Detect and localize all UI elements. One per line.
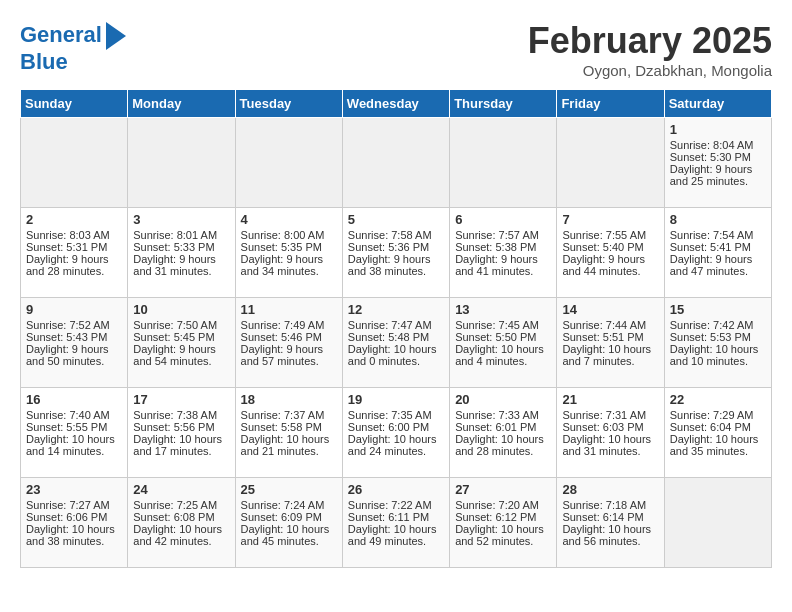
cell-info: Daylight: 9 hours and 28 minutes.: [26, 253, 122, 277]
cell-info: Daylight: 10 hours and 0 minutes.: [348, 343, 444, 367]
cell-info: Daylight: 10 hours and 28 minutes.: [455, 433, 551, 457]
day-number: 24: [133, 482, 229, 497]
day-number: 5: [348, 212, 444, 227]
cell-info: Sunrise: 7:55 AM: [562, 229, 658, 241]
calendar-cell: [664, 478, 771, 568]
cell-info: Sunset: 5:48 PM: [348, 331, 444, 343]
day-number: 23: [26, 482, 122, 497]
weekday-header: Thursday: [450, 90, 557, 118]
cell-info: Sunrise: 7:50 AM: [133, 319, 229, 331]
day-number: 9: [26, 302, 122, 317]
calendar-cell: 11Sunrise: 7:49 AMSunset: 5:46 PMDayligh…: [235, 298, 342, 388]
cell-info: Daylight: 10 hours and 52 minutes.: [455, 523, 551, 547]
cell-info: Sunrise: 7:47 AM: [348, 319, 444, 331]
cell-info: Sunrise: 7:44 AM: [562, 319, 658, 331]
calendar-cell: 22Sunrise: 7:29 AMSunset: 6:04 PMDayligh…: [664, 388, 771, 478]
calendar-cell: 12Sunrise: 7:47 AMSunset: 5:48 PMDayligh…: [342, 298, 449, 388]
cell-info: Sunset: 6:09 PM: [241, 511, 337, 523]
cell-info: Sunrise: 7:49 AM: [241, 319, 337, 331]
calendar-cell: 6Sunrise: 7:57 AMSunset: 5:38 PMDaylight…: [450, 208, 557, 298]
day-number: 14: [562, 302, 658, 317]
calendar-cell: 23Sunrise: 7:27 AMSunset: 6:06 PMDayligh…: [21, 478, 128, 568]
calendar-cell: 3Sunrise: 8:01 AMSunset: 5:33 PMDaylight…: [128, 208, 235, 298]
cell-info: Daylight: 9 hours and 31 minutes.: [133, 253, 229, 277]
cell-info: Sunset: 6:12 PM: [455, 511, 551, 523]
cell-info: Sunrise: 7:18 AM: [562, 499, 658, 511]
day-number: 27: [455, 482, 551, 497]
cell-info: Daylight: 9 hours and 25 minutes.: [670, 163, 766, 187]
cell-info: Sunrise: 7:29 AM: [670, 409, 766, 421]
cell-info: Sunset: 6:06 PM: [26, 511, 122, 523]
cell-info: Sunrise: 7:35 AM: [348, 409, 444, 421]
cell-info: Sunset: 6:11 PM: [348, 511, 444, 523]
cell-info: Sunrise: 7:54 AM: [670, 229, 766, 241]
calendar-cell: [342, 118, 449, 208]
calendar-cell: 4Sunrise: 8:00 AMSunset: 5:35 PMDaylight…: [235, 208, 342, 298]
calendar-cell: 5Sunrise: 7:58 AMSunset: 5:36 PMDaylight…: [342, 208, 449, 298]
cell-info: Daylight: 10 hours and 31 minutes.: [562, 433, 658, 457]
cell-info: Sunset: 5:30 PM: [670, 151, 766, 163]
cell-info: Daylight: 9 hours and 41 minutes.: [455, 253, 551, 277]
cell-info: Sunrise: 8:01 AM: [133, 229, 229, 241]
cell-info: Sunset: 5:38 PM: [455, 241, 551, 253]
cell-info: Sunset: 5:33 PM: [133, 241, 229, 253]
cell-info: Sunrise: 7:22 AM: [348, 499, 444, 511]
day-number: 13: [455, 302, 551, 317]
calendar-cell: 28Sunrise: 7:18 AMSunset: 6:14 PMDayligh…: [557, 478, 664, 568]
cell-info: Sunset: 5:55 PM: [26, 421, 122, 433]
calendar-cell: [21, 118, 128, 208]
cell-info: Sunrise: 7:42 AM: [670, 319, 766, 331]
cell-info: Daylight: 10 hours and 4 minutes.: [455, 343, 551, 367]
cell-info: Sunset: 6:04 PM: [670, 421, 766, 433]
calendar-cell: [557, 118, 664, 208]
day-number: 6: [455, 212, 551, 227]
calendar-cell: 8Sunrise: 7:54 AMSunset: 5:41 PMDaylight…: [664, 208, 771, 298]
cell-info: Sunrise: 7:27 AM: [26, 499, 122, 511]
day-number: 8: [670, 212, 766, 227]
cell-info: Sunset: 5:36 PM: [348, 241, 444, 253]
cell-info: Daylight: 9 hours and 57 minutes.: [241, 343, 337, 367]
cell-info: Daylight: 9 hours and 38 minutes.: [348, 253, 444, 277]
day-number: 7: [562, 212, 658, 227]
weekday-header: Sunday: [21, 90, 128, 118]
cell-info: Sunrise: 7:52 AM: [26, 319, 122, 331]
cell-info: Daylight: 10 hours and 35 minutes.: [670, 433, 766, 457]
cell-info: Sunrise: 7:57 AM: [455, 229, 551, 241]
cell-info: Sunrise: 7:24 AM: [241, 499, 337, 511]
day-number: 10: [133, 302, 229, 317]
cell-info: Sunset: 6:08 PM: [133, 511, 229, 523]
page-header: General Blue February 2025 Oygon, Dzabkh…: [20, 20, 772, 79]
calendar-cell: 9Sunrise: 7:52 AMSunset: 5:43 PMDaylight…: [21, 298, 128, 388]
calendar-cell: 17Sunrise: 7:38 AMSunset: 5:56 PMDayligh…: [128, 388, 235, 478]
weekday-header: Friday: [557, 90, 664, 118]
calendar-cell: 25Sunrise: 7:24 AMSunset: 6:09 PMDayligh…: [235, 478, 342, 568]
weekday-header: Monday: [128, 90, 235, 118]
cell-info: Sunrise: 7:33 AM: [455, 409, 551, 421]
calendar-cell: 24Sunrise: 7:25 AMSunset: 6:08 PMDayligh…: [128, 478, 235, 568]
cell-info: Sunset: 6:03 PM: [562, 421, 658, 433]
title-block: February 2025 Oygon, Dzabkhan, Mongolia: [528, 20, 772, 79]
cell-info: Sunset: 6:00 PM: [348, 421, 444, 433]
cell-info: Daylight: 9 hours and 54 minutes.: [133, 343, 229, 367]
weekday-header: Saturday: [664, 90, 771, 118]
cell-info: Daylight: 10 hours and 14 minutes.: [26, 433, 122, 457]
calendar-cell: 18Sunrise: 7:37 AMSunset: 5:58 PMDayligh…: [235, 388, 342, 478]
cell-info: Sunset: 5:51 PM: [562, 331, 658, 343]
cell-info: Sunset: 5:58 PM: [241, 421, 337, 433]
cell-info: Sunset: 5:31 PM: [26, 241, 122, 253]
cell-info: Sunset: 5:46 PM: [241, 331, 337, 343]
cell-info: Sunrise: 8:00 AM: [241, 229, 337, 241]
cell-info: Sunrise: 7:38 AM: [133, 409, 229, 421]
logo-text: General: [20, 23, 102, 47]
cell-info: Sunrise: 7:31 AM: [562, 409, 658, 421]
cell-info: Sunrise: 7:40 AM: [26, 409, 122, 421]
month-title: February 2025: [528, 20, 772, 62]
cell-info: Sunset: 5:40 PM: [562, 241, 658, 253]
cell-info: Daylight: 10 hours and 21 minutes.: [241, 433, 337, 457]
cell-info: Daylight: 10 hours and 24 minutes.: [348, 433, 444, 457]
cell-info: Daylight: 10 hours and 10 minutes.: [670, 343, 766, 367]
day-number: 11: [241, 302, 337, 317]
calendar-cell: 10Sunrise: 7:50 AMSunset: 5:45 PMDayligh…: [128, 298, 235, 388]
day-number: 20: [455, 392, 551, 407]
cell-info: Sunrise: 8:03 AM: [26, 229, 122, 241]
